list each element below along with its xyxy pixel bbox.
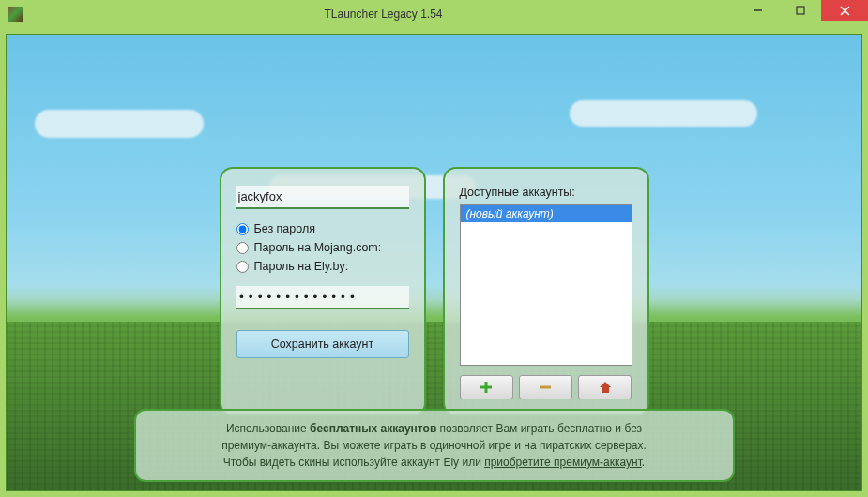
accounts-panel: Доступные аккаунты: (новый аккаунт) [443,167,649,416]
minus-icon [539,381,552,394]
radio-mojang-label: Пароль на Mojang.com: [254,241,382,254]
app-icon [8,7,23,22]
radio-no-password-label: Без пароля [254,222,316,235]
accounts-list[interactable]: (новый аккаунт) [460,204,632,366]
login-panel: Без пароля Пароль на Mojang.com: Пароль … [220,167,426,416]
svg-marker-7 [600,382,611,393]
plus-icon [480,381,493,394]
close-button[interactable] [821,0,868,21]
radio-mojang[interactable]: Пароль на Mojang.com: [236,241,409,254]
maximize-button[interactable] [779,0,821,21]
titlebar: TLauncher Legacy 1.54 [0,0,868,28]
radio-mojang-input[interactable] [236,242,249,254]
content-area: Без пароля Пароль на Mojang.com: Пароль … [0,28,868,497]
radio-ely-label: Пароль на Ely.by: [254,260,349,273]
info-footer: Использование бесплатных аккаунтов позво… [134,409,735,482]
remove-account-button[interactable] [519,375,572,399]
minimize-button[interactable] [737,0,779,21]
svg-rect-5 [480,386,492,389]
svg-rect-6 [540,386,551,389]
home-button[interactable] [578,375,632,399]
svg-rect-1 [797,7,804,14]
window-title: TLauncher Legacy 1.54 [30,8,737,21]
list-item[interactable]: (новый аккаунт) [461,205,632,222]
accounts-title: Доступные аккаунты: [460,186,632,199]
password-input[interactable] [236,286,409,309]
radio-ely[interactable]: Пароль на Ely.by: [236,260,409,273]
home-icon [599,381,612,394]
radio-no-password-input[interactable] [236,223,249,235]
save-account-button[interactable]: Сохранить аккаунт [236,330,409,358]
add-account-button[interactable] [460,375,513,399]
username-input[interactable] [236,186,409,209]
premium-link[interactable]: приобретите премиум-аккаунт [484,456,642,469]
radio-ely-input[interactable] [236,261,249,273]
radio-no-password[interactable]: Без пароля [236,222,409,235]
